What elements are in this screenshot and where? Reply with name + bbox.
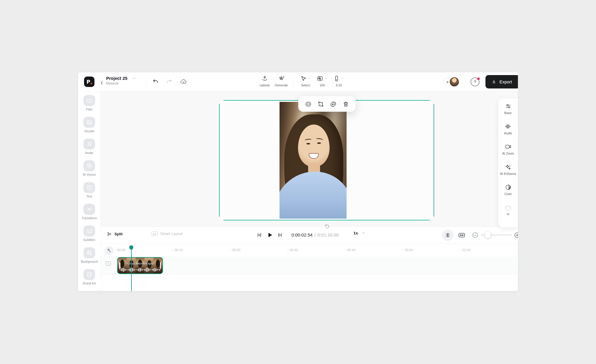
smart-layout-button[interactable]: 12 Smart Layout <box>151 231 182 236</box>
transport-controls <box>254 230 285 240</box>
timeline-zoom-out-button[interactable] <box>472 232 479 239</box>
split-button[interactable]: Split <box>107 231 122 237</box>
waveform-bar <box>122 268 122 271</box>
panel-item-ai-zoom[interactable]: AI Zoom <box>502 143 514 155</box>
minus-circle-icon <box>472 232 479 239</box>
panel-item-audio[interactable]: Audio <box>504 123 512 135</box>
timeline-clip[interactable]: AZmpGMioYNdOqXb <box>117 257 163 274</box>
text-circle-icon <box>86 184 92 191</box>
sidebar-item-visuals[interactable]: Visuals <box>83 117 95 139</box>
play-button[interactable] <box>265 230 275 240</box>
app-logo-letter: P <box>86 79 90 85</box>
timeline-zoom-slider[interactable] <box>481 234 512 236</box>
transition-icon <box>86 206 92 212</box>
header-divider <box>465 77 465 86</box>
skip-forward-button[interactable] <box>275 230 285 240</box>
desktop-background: P Project 25 Melanie Upload <box>0 0 596 364</box>
playback-speed-dropdown[interactable]: 1x <box>353 231 365 235</box>
waveform-bar <box>141 268 141 271</box>
sidebar-item-ai-voices[interactable]: AI Voices <box>83 160 96 182</box>
time-display: 0:00:02.54 / 0:01:10.00 <box>291 232 339 237</box>
header-center-tools: Upload Generate Select 100 <box>256 74 347 87</box>
ruler-label: 00:10 <box>173 248 183 252</box>
waveform-bar <box>152 269 153 270</box>
undo-button[interactable] <box>151 77 160 86</box>
collapse-panel-button[interactable] <box>506 212 510 217</box>
waveform-bar <box>149 269 150 271</box>
sidebar-item-text[interactable]: Text <box>83 182 95 204</box>
skip-forward-icon <box>277 232 284 238</box>
waveform-bar <box>127 270 128 270</box>
snap-toggle-button[interactable] <box>442 229 454 241</box>
sidebar-item-files[interactable]: Files <box>83 95 95 117</box>
total-time: 0:01:10.00 <box>317 232 339 237</box>
skip-back-button[interactable] <box>254 230 264 240</box>
sidebar-item-transitions[interactable]: Transitions <box>82 204 97 225</box>
playhead[interactable] <box>129 245 133 291</box>
crop-button[interactable] <box>315 98 327 110</box>
background-icon <box>86 250 92 256</box>
timeline-zoom-in-button[interactable] <box>514 232 518 239</box>
waveform-bar <box>150 269 151 270</box>
app-logo[interactable]: P <box>84 77 94 87</box>
waveform-icon <box>505 123 511 130</box>
panel-item-ai-enhance[interactable]: AI Enhance <box>500 164 516 175</box>
selection-border-bottom <box>224 220 430 220</box>
canvas-zoom-dropdown[interactable]: 100 <box>314 74 330 87</box>
animate-button[interactable] <box>302 98 314 110</box>
zoom-slider-handle[interactable] <box>485 232 491 238</box>
ruler-tick <box>288 249 288 251</box>
rotate-handle[interactable] <box>324 224 330 229</box>
delete-button[interactable] <box>340 98 352 110</box>
record-audio-button[interactable] <box>105 246 114 255</box>
ruler-label: 00:20 <box>230 248 240 252</box>
waveform-bar <box>120 269 120 270</box>
waveform-bar <box>134 269 134 271</box>
timeline-divider <box>100 244 518 244</box>
aspect-ratio-dropdown[interactable]: 9:16 <box>330 74 347 87</box>
panel-item-basic[interactable]: Basic <box>504 103 512 115</box>
generate-button[interactable]: Generate <box>273 74 290 87</box>
timeline-panel: Split 12 Smart Layout 0:00:02.54 / 0:01:… <box>100 226 518 291</box>
video-canvas[interactable] <box>221 101 433 220</box>
back-button[interactable] <box>98 79 106 87</box>
export-button[interactable]: Export <box>485 75 518 88</box>
cloud-sync-button[interactable] <box>179 77 188 86</box>
speed-gauge-icon <box>504 204 512 212</box>
fit-timeline-button[interactable] <box>458 231 466 239</box>
redo-button[interactable] <box>165 77 173 86</box>
rotate-icon <box>324 224 330 229</box>
panel-item-color[interactable]: Color <box>504 184 512 196</box>
selection-border-left[interactable] <box>219 104 220 217</box>
preview-area <box>100 91 518 226</box>
upload-button[interactable]: Upload <box>256 74 273 87</box>
waveform-bar <box>125 269 126 271</box>
clip-trim-handle-right[interactable] <box>160 262 161 269</box>
project-title-menu[interactable]: Project 25 Melanie <box>106 76 136 85</box>
duplicate-button[interactable] <box>327 98 339 110</box>
waveform-bar <box>134 269 135 270</box>
selection-border-right[interactable] <box>434 104 434 217</box>
smart-layout-badge: 12 <box>151 231 158 236</box>
waveform-bar <box>153 268 154 271</box>
waveform-bar <box>159 269 159 270</box>
sidebar-item-subtitles[interactable]: Subtitles <box>83 225 95 247</box>
sidebar-item-brand-kit[interactable]: Brand Kit <box>83 269 96 291</box>
brand-kit-icon <box>86 271 92 278</box>
playhead-marker[interactable] <box>129 245 133 250</box>
snap-icon <box>445 232 451 238</box>
select-tool-dropdown[interactable]: Select <box>297 74 314 87</box>
logo-dot <box>91 83 92 84</box>
image-add-icon <box>86 119 92 125</box>
clip-trim-handle-left[interactable] <box>119 262 120 269</box>
help-button[interactable]: ? <box>471 77 479 86</box>
ruler-label: 00:50 <box>403 248 413 252</box>
selected-video-clip[interactable] <box>280 102 347 219</box>
fit-width-icon <box>458 231 466 239</box>
ruler-label: 00:00 <box>115 248 125 252</box>
waveform-bar <box>123 268 124 272</box>
current-time: 0:00:02.54 <box>291 232 313 237</box>
sidebar-item-audio[interactable]: Audio <box>83 139 95 160</box>
sidebar-item-background[interactable]: Background <box>81 247 97 269</box>
user-avatar[interactable] <box>449 77 460 87</box>
